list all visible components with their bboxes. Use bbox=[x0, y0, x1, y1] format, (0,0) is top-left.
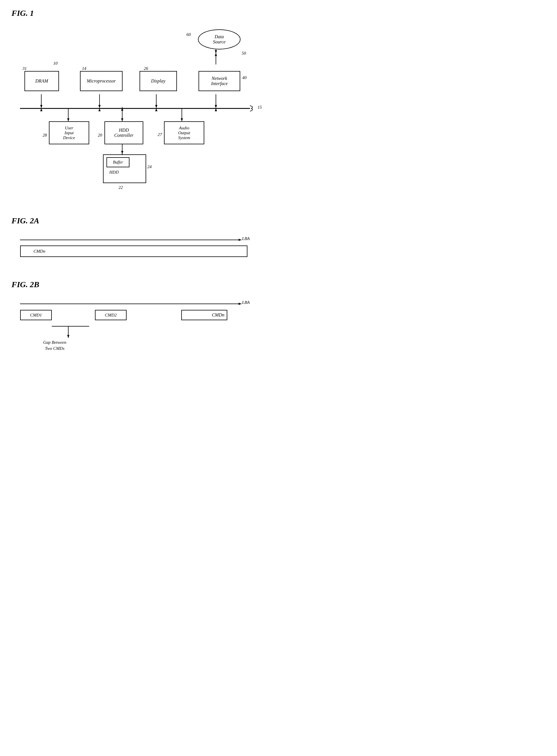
fig2b-title: FIG. 2B bbox=[11, 280, 267, 289]
label-display-num: 26 bbox=[144, 66, 148, 71]
fig2b-section: FIG. 2B LBA CMD1 CMD2 CMDn Gap Betw bbox=[11, 280, 267, 352]
gap-label: Gap BetweenTwo CMDs bbox=[43, 340, 66, 352]
gap-line bbox=[52, 326, 89, 326]
cmdn-box-2a: CMDn bbox=[21, 246, 58, 256]
label-audio-num: 27 bbox=[158, 132, 162, 137]
fig2b-diagram: LBA CMD1 CMD2 CMDn Gap BetweenTwo CMDs bbox=[11, 295, 267, 352]
cmdn-box-2b: CMDn bbox=[181, 310, 227, 320]
label-hdd-ctrl-num: 20 bbox=[98, 133, 102, 138]
svg-marker-12 bbox=[155, 108, 157, 111]
label-buffer-num: 24 bbox=[147, 164, 152, 169]
lba-label-2a: LBA bbox=[242, 236, 250, 241]
label-user-num: 28 bbox=[42, 133, 47, 138]
svg-marker-38 bbox=[67, 335, 69, 338]
hdd-controller-box: HDD Controller bbox=[105, 121, 143, 144]
hdd-label: HDD bbox=[109, 170, 119, 175]
display-box: Display bbox=[140, 71, 177, 91]
svg-marker-24 bbox=[181, 119, 183, 121]
buffer-label: Buffer bbox=[113, 160, 123, 165]
svg-marker-26 bbox=[121, 151, 123, 154]
svg-marker-16 bbox=[215, 108, 217, 111]
svg-marker-4 bbox=[40, 108, 42, 111]
svg-marker-6 bbox=[98, 105, 101, 108]
svg-marker-22 bbox=[121, 108, 123, 111]
dram-box: DRAM bbox=[25, 71, 59, 91]
svg-marker-32 bbox=[215, 50, 217, 53]
svg-marker-8 bbox=[98, 108, 101, 111]
fig1-title: FIG. 1 bbox=[11, 9, 267, 18]
svg-marker-2 bbox=[40, 105, 42, 108]
lba-label-2b: LBA bbox=[242, 300, 250, 305]
svg-marker-14 bbox=[215, 105, 217, 108]
fig2a-section: FIG. 2A LBA CMD1 CMD2 CMD3 · · · CMD bbox=[11, 216, 267, 265]
cmd1-box-2b: CMD1 bbox=[20, 310, 52, 320]
label-dram-num: 31 bbox=[23, 66, 27, 71]
fig2a-diagram: LBA CMD1 CMD2 CMD3 · · · CMDn bbox=[11, 231, 267, 265]
hdd-combined-box: Buffer HDD bbox=[103, 154, 146, 183]
label-network-num: 40 bbox=[242, 75, 246, 80]
fig2a-title: FIG. 2A bbox=[11, 216, 267, 225]
svg-marker-18 bbox=[67, 119, 69, 121]
user-input-box: User Input Device bbox=[49, 121, 89, 144]
svg-marker-30 bbox=[215, 53, 217, 56]
label-arrow-num: 50 bbox=[242, 51, 246, 56]
audio-output-box: Audio Output System bbox=[164, 121, 204, 144]
microprocessor-box: Microprocessor bbox=[80, 71, 123, 91]
label-bus-num: 15 bbox=[258, 105, 262, 110]
label-hdd-unit-num: 22 bbox=[119, 185, 123, 190]
cmd2-box-2b: CMD2 bbox=[95, 310, 126, 320]
label-micro-num: 14 bbox=[82, 66, 86, 71]
svg-marker-36 bbox=[238, 303, 241, 305]
svg-marker-34 bbox=[238, 239, 241, 241]
svg-marker-10 bbox=[155, 105, 157, 108]
network-interface-box: Network Interface bbox=[199, 71, 240, 91]
data-source-oval: Data Source bbox=[198, 29, 240, 50]
fig1-section: FIG. 1 bbox=[11, 9, 267, 202]
svg-marker-20 bbox=[121, 119, 123, 121]
label-system-num: 10 bbox=[53, 61, 58, 66]
fig1-diagram: 10 DRAM 31 Microprocessor 14 Display 26 … bbox=[11, 24, 267, 202]
label-datasource-num: 60 bbox=[186, 32, 191, 37]
